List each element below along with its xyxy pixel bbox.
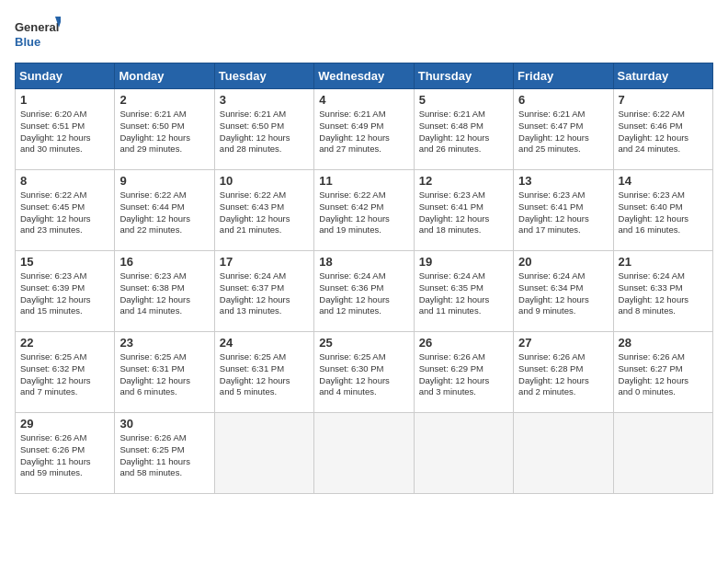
calendar-cell bbox=[414, 413, 513, 494]
day-number: 12 bbox=[419, 174, 508, 188]
day-number: 3 bbox=[220, 93, 309, 107]
calendar-table: SundayMondayTuesdayWednesdayThursdayFrid… bbox=[15, 63, 713, 494]
day-info: Sunrise: 6:22 AM Sunset: 6:43 PM Dayligh… bbox=[220, 190, 309, 236]
day-number: 22 bbox=[20, 336, 109, 350]
day-number: 6 bbox=[518, 93, 608, 107]
day-number: 7 bbox=[619, 93, 708, 107]
day-header-thursday: Thursday bbox=[414, 63, 513, 89]
calendar-cell bbox=[514, 413, 613, 494]
logo: General Blue bbox=[15, 15, 61, 55]
calendar-cell: 29Sunrise: 6:26 AM Sunset: 6:26 PM Dayli… bbox=[16, 413, 115, 494]
week-row-2: 15Sunrise: 6:23 AM Sunset: 6:39 PM Dayli… bbox=[16, 251, 713, 332]
day-number: 27 bbox=[518, 336, 608, 350]
day-info: Sunrise: 6:24 AM Sunset: 6:33 PM Dayligh… bbox=[619, 270, 708, 317]
day-number: 16 bbox=[119, 255, 209, 269]
day-info: Sunrise: 6:21 AM Sunset: 6:50 PM Dayligh… bbox=[220, 109, 309, 155]
day-number: 2 bbox=[119, 93, 209, 107]
calendar-cell: 18Sunrise: 6:24 AM Sunset: 6:36 PM Dayli… bbox=[314, 251, 414, 332]
day-info: Sunrise: 6:26 AM Sunset: 6:29 PM Dayligh… bbox=[419, 351, 508, 398]
calendar-cell: 19Sunrise: 6:24 AM Sunset: 6:35 PM Dayli… bbox=[414, 251, 513, 332]
day-info: Sunrise: 6:25 AM Sunset: 6:30 PM Dayligh… bbox=[319, 351, 408, 398]
day-info: Sunrise: 6:23 AM Sunset: 6:39 PM Dayligh… bbox=[20, 270, 109, 317]
day-number: 19 bbox=[419, 255, 508, 269]
day-number: 25 bbox=[319, 336, 408, 350]
header: General Blue bbox=[15, 15, 713, 55]
day-number: 28 bbox=[619, 336, 708, 350]
day-info: Sunrise: 6:25 AM Sunset: 6:32 PM Dayligh… bbox=[20, 351, 109, 398]
calendar-cell: 11Sunrise: 6:22 AM Sunset: 6:42 PM Dayli… bbox=[314, 170, 414, 251]
calendar-cell bbox=[314, 413, 414, 494]
calendar-cell: 4Sunrise: 6:21 AM Sunset: 6:49 PM Daylig… bbox=[314, 89, 414, 170]
svg-text:General: General bbox=[15, 20, 59, 34]
day-info: Sunrise: 6:21 AM Sunset: 6:48 PM Dayligh… bbox=[419, 109, 508, 155]
day-number: 11 bbox=[319, 174, 408, 188]
calendar-cell: 14Sunrise: 6:23 AM Sunset: 6:40 PM Dayli… bbox=[613, 170, 712, 251]
day-info: Sunrise: 6:22 AM Sunset: 6:45 PM Dayligh… bbox=[20, 190, 109, 236]
day-number: 14 bbox=[619, 174, 708, 188]
day-info: Sunrise: 6:26 AM Sunset: 6:28 PM Dayligh… bbox=[518, 351, 608, 398]
calendar-cell: 8Sunrise: 6:22 AM Sunset: 6:45 PM Daylig… bbox=[16, 170, 115, 251]
day-number: 18 bbox=[319, 255, 408, 269]
day-info: Sunrise: 6:21 AM Sunset: 6:47 PM Dayligh… bbox=[518, 109, 608, 155]
week-row-3: 22Sunrise: 6:25 AM Sunset: 6:32 PM Dayli… bbox=[16, 332, 713, 413]
calendar-cell: 21Sunrise: 6:24 AM Sunset: 6:33 PM Dayli… bbox=[613, 251, 712, 332]
day-header-friday: Friday bbox=[514, 63, 613, 89]
calendar-cell: 2Sunrise: 6:21 AM Sunset: 6:50 PM Daylig… bbox=[115, 89, 214, 170]
day-number: 23 bbox=[119, 336, 209, 350]
day-number: 1 bbox=[20, 93, 109, 107]
day-info: Sunrise: 6:23 AM Sunset: 6:40 PM Dayligh… bbox=[619, 190, 708, 236]
week-row-4: 29Sunrise: 6:26 AM Sunset: 6:26 PM Dayli… bbox=[16, 413, 713, 494]
logo-svg: General Blue bbox=[15, 15, 61, 55]
calendar-cell: 9Sunrise: 6:22 AM Sunset: 6:44 PM Daylig… bbox=[115, 170, 214, 251]
day-info: Sunrise: 6:21 AM Sunset: 6:50 PM Dayligh… bbox=[119, 109, 209, 155]
calendar-cell: 17Sunrise: 6:24 AM Sunset: 6:37 PM Dayli… bbox=[214, 251, 313, 332]
calendar-cell: 28Sunrise: 6:26 AM Sunset: 6:27 PM Dayli… bbox=[613, 332, 712, 413]
day-number: 24 bbox=[220, 336, 309, 350]
calendar-cell: 23Sunrise: 6:25 AM Sunset: 6:31 PM Dayli… bbox=[115, 332, 214, 413]
day-info: Sunrise: 6:26 AM Sunset: 6:26 PM Dayligh… bbox=[20, 432, 109, 479]
day-number: 21 bbox=[619, 255, 708, 269]
calendar-cell: 13Sunrise: 6:23 AM Sunset: 6:41 PM Dayli… bbox=[514, 170, 613, 251]
calendar-cell: 3Sunrise: 6:21 AM Sunset: 6:50 PM Daylig… bbox=[214, 89, 313, 170]
calendar-cell: 7Sunrise: 6:22 AM Sunset: 6:46 PM Daylig… bbox=[613, 89, 712, 170]
calendar-cell: 30Sunrise: 6:26 AM Sunset: 6:25 PM Dayli… bbox=[115, 413, 214, 494]
calendar-cell: 10Sunrise: 6:22 AM Sunset: 6:43 PM Dayli… bbox=[214, 170, 313, 251]
day-info: Sunrise: 6:23 AM Sunset: 6:41 PM Dayligh… bbox=[419, 190, 508, 236]
day-header-tuesday: Tuesday bbox=[214, 63, 313, 89]
calendar-cell bbox=[214, 413, 313, 494]
calendar-cell: 26Sunrise: 6:26 AM Sunset: 6:29 PM Dayli… bbox=[414, 332, 513, 413]
svg-text:Blue: Blue bbox=[15, 35, 40, 49]
day-number: 9 bbox=[119, 174, 209, 188]
day-header-wednesday: Wednesday bbox=[314, 63, 414, 89]
day-number: 13 bbox=[518, 174, 608, 188]
calendar-cell: 25Sunrise: 6:25 AM Sunset: 6:30 PM Dayli… bbox=[314, 332, 414, 413]
week-row-0: 1Sunrise: 6:20 AM Sunset: 6:51 PM Daylig… bbox=[16, 89, 713, 170]
day-info: Sunrise: 6:22 AM Sunset: 6:42 PM Dayligh… bbox=[319, 190, 408, 236]
day-info: Sunrise: 6:22 AM Sunset: 6:46 PM Dayligh… bbox=[619, 109, 708, 155]
day-info: Sunrise: 6:22 AM Sunset: 6:44 PM Dayligh… bbox=[119, 190, 209, 236]
calendar-cell: 1Sunrise: 6:20 AM Sunset: 6:51 PM Daylig… bbox=[16, 89, 115, 170]
day-number: 29 bbox=[20, 417, 109, 431]
calendar-cell: 22Sunrise: 6:25 AM Sunset: 6:32 PM Dayli… bbox=[16, 332, 115, 413]
calendar-cell: 6Sunrise: 6:21 AM Sunset: 6:47 PM Daylig… bbox=[514, 89, 613, 170]
day-number: 15 bbox=[20, 255, 109, 269]
day-info: Sunrise: 6:23 AM Sunset: 6:41 PM Dayligh… bbox=[518, 190, 608, 236]
calendar-cell: 15Sunrise: 6:23 AM Sunset: 6:39 PM Dayli… bbox=[16, 251, 115, 332]
day-info: Sunrise: 6:21 AM Sunset: 6:49 PM Dayligh… bbox=[319, 109, 408, 155]
day-info: Sunrise: 6:20 AM Sunset: 6:51 PM Dayligh… bbox=[20, 109, 109, 155]
day-number: 10 bbox=[220, 174, 309, 188]
day-number: 26 bbox=[419, 336, 508, 350]
day-info: Sunrise: 6:24 AM Sunset: 6:37 PM Dayligh… bbox=[220, 270, 309, 317]
day-info: Sunrise: 6:24 AM Sunset: 6:36 PM Dayligh… bbox=[319, 270, 408, 317]
day-number: 30 bbox=[119, 417, 209, 431]
calendar-cell bbox=[613, 413, 712, 494]
calendar-cell: 27Sunrise: 6:26 AM Sunset: 6:28 PM Dayli… bbox=[514, 332, 613, 413]
day-number: 4 bbox=[319, 93, 408, 107]
day-info: Sunrise: 6:25 AM Sunset: 6:31 PM Dayligh… bbox=[220, 351, 309, 398]
day-info: Sunrise: 6:23 AM Sunset: 6:38 PM Dayligh… bbox=[119, 270, 209, 317]
day-number: 8 bbox=[20, 174, 109, 188]
week-row-1: 8Sunrise: 6:22 AM Sunset: 6:45 PM Daylig… bbox=[16, 170, 713, 251]
calendar-cell: 24Sunrise: 6:25 AM Sunset: 6:31 PM Dayli… bbox=[214, 332, 313, 413]
day-info: Sunrise: 6:24 AM Sunset: 6:34 PM Dayligh… bbox=[518, 270, 608, 317]
day-number: 5 bbox=[419, 93, 508, 107]
